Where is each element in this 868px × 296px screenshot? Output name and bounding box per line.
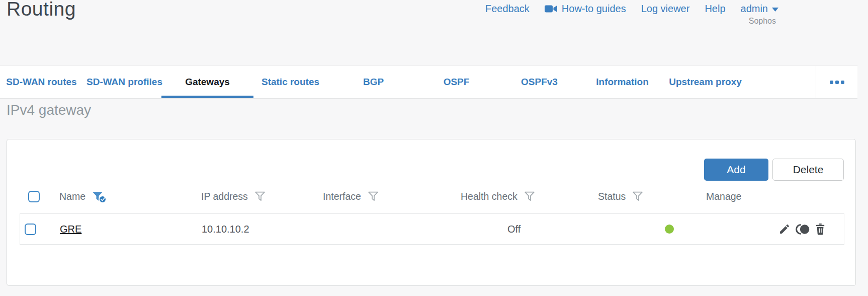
- health-check-cell: Off: [457, 224, 594, 235]
- user-name: admin: [741, 3, 768, 15]
- clone-icon[interactable]: [795, 224, 810, 235]
- filter-icon[interactable]: [632, 191, 643, 201]
- select-all-cell: [20, 191, 55, 202]
- column-label-interface: Interface: [323, 191, 361, 202]
- feedback-link[interactable]: Feedback: [485, 3, 530, 15]
- user-menu[interactable]: admin: [741, 3, 778, 15]
- gateway-name-link[interactable]: GRE: [60, 224, 81, 235]
- row-checkbox[interactable]: [25, 224, 36, 235]
- gateway-card: Add Delete Name IP address Interface: [7, 139, 856, 286]
- tab-static-routes[interactable]: Static routes: [249, 66, 332, 98]
- column-label-health-check: Health check: [461, 191, 517, 202]
- brand-label: Sophos: [749, 17, 776, 26]
- table-header: Name IP address Interface Health check: [20, 186, 844, 207]
- ip-address-cell: 10.10.10.2: [197, 224, 319, 235]
- how-to-guides-link[interactable]: How-to guides: [545, 3, 626, 15]
- add-button[interactable]: Add: [704, 159, 768, 181]
- header-links: Feedback How-to guides Log viewer Help a…: [485, 3, 778, 15]
- column-header-manage: Manage: [702, 191, 844, 202]
- tab-sd-wan-profiles[interactable]: SD-WAN profiles: [83, 66, 166, 98]
- column-label-name: Name: [59, 191, 85, 202]
- manage-cell: [702, 223, 845, 236]
- tab-ospfv3[interactable]: OSPFv3: [498, 66, 581, 98]
- ellipsis-icon: [830, 81, 844, 84]
- name-cell: GRE: [55, 224, 197, 235]
- filter-active-icon[interactable]: [92, 191, 103, 201]
- column-header-name: Name: [55, 191, 197, 202]
- tab-sd-wan-routes[interactable]: SD-WAN routes: [0, 66, 83, 98]
- column-label-ip-address: IP address: [201, 191, 248, 202]
- column-label-status: Status: [598, 191, 626, 202]
- section-heading: IPv4 gateway: [7, 102, 91, 118]
- filter-icon[interactable]: [368, 191, 379, 201]
- filter-icon[interactable]: [254, 191, 266, 201]
- help-link[interactable]: Help: [705, 3, 725, 15]
- tab-ospf[interactable]: OSPF: [415, 66, 498, 98]
- filter-check-badge: [99, 195, 107, 203]
- delete-button[interactable]: Delete: [772, 159, 844, 181]
- status-dot: [665, 225, 674, 234]
- status-cell: [594, 225, 702, 234]
- page-title: Routing: [7, 0, 76, 20]
- chevron-down-icon: [772, 8, 778, 12]
- tab-gateways[interactable]: Gateways: [166, 66, 249, 98]
- column-header-interface: Interface: [318, 191, 456, 202]
- select-all-checkbox[interactable]: [28, 191, 40, 202]
- row-select-cell: [20, 224, 55, 235]
- filter-icon[interactable]: [524, 191, 535, 201]
- column-label-manage: Manage: [706, 191, 741, 202]
- tab-upstream-proxy[interactable]: Upstream proxy: [664, 66, 747, 98]
- toolbar: Add Delete: [704, 159, 844, 181]
- column-header-health-check: Health check: [456, 191, 593, 202]
- edit-icon[interactable]: [778, 223, 791, 235]
- tab-bgp[interactable]: BGP: [332, 66, 415, 98]
- tab-overflow-button[interactable]: [816, 66, 857, 98]
- how-to-guides-label: How-to guides: [562, 3, 626, 15]
- table-row: GRE 10.10.10.2 Off: [20, 213, 844, 245]
- video-camera-icon: [545, 5, 558, 13]
- tab-bar: SD-WAN routes SD-WAN profiles Gateways S…: [0, 65, 857, 99]
- column-header-status: Status: [593, 191, 702, 202]
- log-viewer-link[interactable]: Log viewer: [641, 3, 690, 15]
- tab-information[interactable]: Information: [581, 66, 664, 98]
- delete-icon[interactable]: [815, 223, 826, 236]
- tabs: SD-WAN routes SD-WAN profiles Gateways S…: [0, 66, 857, 98]
- column-header-ip-address: IP address: [197, 191, 318, 202]
